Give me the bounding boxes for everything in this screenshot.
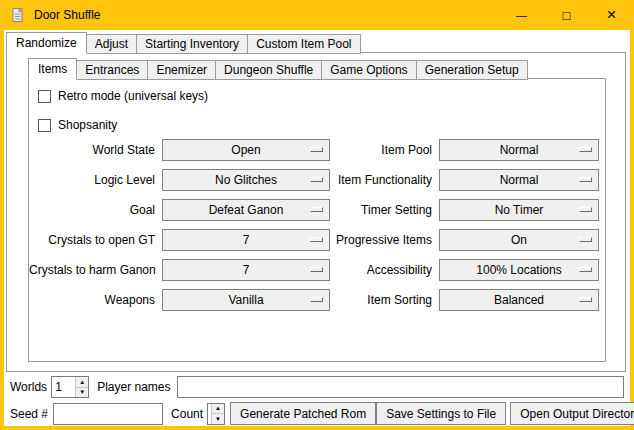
player-names-input[interactable] <box>177 376 625 398</box>
weapons-label: Weapons <box>29 293 162 307</box>
dropdown-indicator-icon <box>579 297 592 302</box>
shopsanity-checkbox-row[interactable]: Shopsanity <box>38 113 605 137</box>
spin-down-icon[interactable]: ▼ <box>212 413 224 424</box>
retro-mode-label: Retro mode (universal keys) <box>58 89 208 103</box>
progressive-items-dropdown[interactable]: On <box>439 229 599 251</box>
checkbox-icon[interactable] <box>38 90 51 103</box>
dropdown-indicator-icon <box>310 147 323 152</box>
open-output-directory-button[interactable]: Open Output Directory <box>510 402 634 425</box>
item-sorting-label: Item Sorting <box>330 293 439 307</box>
title-bar: Door Shuffle — □ × <box>0 0 634 30</box>
goal-label: Goal <box>29 203 162 217</box>
tab-generation-setup[interactable]: Generation Setup <box>417 60 528 80</box>
dropdown-value: Defeat Ganon <box>209 203 284 217</box>
dropdown-value: On <box>511 233 527 247</box>
item-pool-dropdown[interactable]: Normal <box>439 139 599 161</box>
option-row: Crystals to open GT 7 Progressive Items … <box>29 225 605 255</box>
tab-dungeon-shuffle[interactable]: Dungeon Shuffle <box>216 60 322 80</box>
dropdown-value: 7 <box>243 233 250 247</box>
spin-up-icon[interactable]: ▲ <box>76 377 88 387</box>
checkbox-icon[interactable] <box>38 119 51 132</box>
door-shuffle-window: Door Shuffle — □ × Randomize Adjust Star… <box>0 0 634 430</box>
logic-level-label: Logic Level <box>29 173 162 187</box>
dropdown-indicator-icon <box>579 177 592 182</box>
tab-game-options[interactable]: Game Options <box>322 60 416 80</box>
crystals-harm-ganon-label: Crystals to harm Ganon <box>29 263 162 277</box>
timer-setting-label: Timer Setting <box>330 203 439 217</box>
multiworld-row: Worlds ▲ ▼ Player names <box>10 376 624 398</box>
option-row: Logic Level No Glitches Item Functionali… <box>29 165 605 195</box>
dropdown-value: 100% Locations <box>476 263 561 277</box>
dropdown-value: No Glitches <box>215 173 277 187</box>
dropdown-value: Vanilla <box>228 293 263 307</box>
maximize-button[interactable]: □ <box>544 0 589 30</box>
seed-label: Seed # <box>10 407 48 421</box>
goal-dropdown[interactable]: Defeat Ganon <box>162 199 330 221</box>
dropdown-indicator-icon <box>579 147 592 152</box>
generate-patched-rom-button[interactable]: Generate Patched Rom <box>230 402 376 425</box>
progressive-items-label: Progressive Items <box>330 233 439 247</box>
window-title: Door Shuffle <box>34 8 101 22</box>
tab-items[interactable]: Items <box>28 58 77 80</box>
dropdown-value: Balanced <box>494 293 544 307</box>
dropdown-indicator-icon <box>310 297 323 302</box>
option-row: Goal Defeat Ganon Timer Setting No Timer <box>29 195 605 225</box>
count-spinner[interactable]: ▲ ▼ <box>207 403 225 425</box>
option-rows: World State Open Item Pool Normal Logic … <box>29 135 605 315</box>
minimize-button[interactable]: — <box>499 0 544 30</box>
logic-level-dropdown[interactable]: No Glitches <box>162 169 330 191</box>
tab-custom-item-pool[interactable]: Custom Item Pool <box>248 34 360 54</box>
dropdown-indicator-icon <box>310 177 323 182</box>
dropdown-value: 7 <box>243 263 250 277</box>
player-names-label: Player names <box>97 380 170 394</box>
crystals-open-gt-label: Crystals to open GT <box>29 233 162 247</box>
dropdown-indicator-icon <box>579 237 592 242</box>
dropdown-value: Open <box>231 143 260 157</box>
accessibility-dropdown[interactable]: 100% Locations <box>439 259 599 281</box>
retro-mode-checkbox-row[interactable]: Retro mode (universal keys) <box>38 84 605 108</box>
spinner-arrows: ▲ ▼ <box>211 404 224 424</box>
crystals-open-gt-dropdown[interactable]: 7 <box>162 229 330 251</box>
spin-up-icon[interactable]: ▲ <box>212 404 224 414</box>
items-pane: Retro mode (universal keys) Shopsanity W… <box>28 78 606 362</box>
dropdown-indicator-icon <box>310 237 323 242</box>
world-state-dropdown[interactable]: Open <box>162 139 330 161</box>
tab-enemizer[interactable]: Enemizer <box>148 60 216 80</box>
dropdown-indicator-icon <box>579 267 592 272</box>
save-settings-button[interactable]: Save Settings to File <box>376 402 506 425</box>
window-content: Randomize Adjust Starting Inventory Cust… <box>4 30 630 426</box>
spin-down-icon[interactable]: ▼ <box>76 387 88 398</box>
worlds-label: Worlds <box>10 380 47 394</box>
dropdown-indicator-icon <box>579 207 592 212</box>
dropdown-value: Normal <box>500 173 539 187</box>
seed-input[interactable] <box>53 403 163 425</box>
crystals-harm-ganon-dropdown[interactable]: 7 <box>162 259 330 281</box>
window-controls: — □ × <box>499 0 634 30</box>
accessibility-label: Accessibility <box>330 263 439 277</box>
option-row: Weapons Vanilla Item Sorting Balanced <box>29 285 605 315</box>
option-row: World State Open Item Pool Normal <box>29 135 605 165</box>
item-functionality-label: Item Functionality <box>330 173 439 187</box>
shopsanity-label: Shopsanity <box>58 118 117 132</box>
app-icon <box>10 7 26 23</box>
dropdown-value: No Timer <box>495 203 544 217</box>
dropdown-indicator-icon <box>310 207 323 212</box>
item-sorting-dropdown[interactable]: Balanced <box>439 289 599 311</box>
option-row: Crystals to harm Ganon 7 Accessibility 1… <box>29 255 605 285</box>
tab-randomize[interactable]: Randomize <box>6 32 87 54</box>
worlds-input[interactable] <box>52 377 75 397</box>
generation-row: Seed # Count ▲ ▼ Generate Patched Rom Sa… <box>10 402 626 425</box>
timer-setting-dropdown[interactable]: No Timer <box>439 199 599 221</box>
dropdown-indicator-icon <box>310 267 323 272</box>
worlds-spinner[interactable]: ▲ ▼ <box>51 376 89 398</box>
spinner-arrows: ▲ ▼ <box>75 377 88 397</box>
count-label: Count <box>171 407 203 421</box>
primary-tab-bar: Randomize Adjust Starting Inventory Cust… <box>6 32 361 54</box>
world-state-label: World State <box>29 143 162 157</box>
tab-adjust[interactable]: Adjust <box>87 34 137 54</box>
item-functionality-dropdown[interactable]: Normal <box>439 169 599 191</box>
tab-entrances[interactable]: Entrances <box>77 60 148 80</box>
tab-starting-inventory[interactable]: Starting Inventory <box>137 34 248 54</box>
weapons-dropdown[interactable]: Vanilla <box>162 289 330 311</box>
close-button[interactable]: × <box>589 0 634 30</box>
